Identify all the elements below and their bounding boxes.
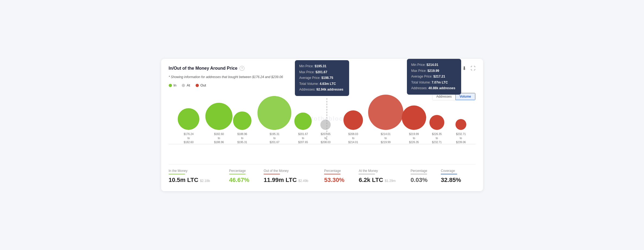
stat-underline-pct-at xyxy=(411,174,427,174)
bubble-5 xyxy=(294,113,312,130)
chart-area: Addresses Volume Current Price: $207.72 … xyxy=(169,93,476,158)
tooltip-1-row-4: Total Volume: 4.63m LTC xyxy=(299,81,345,87)
stat-pct-out: Percentage 53.30% xyxy=(324,169,359,184)
legend-at: At xyxy=(182,83,190,87)
stat-pct-in: Percentage 46.67% xyxy=(229,169,264,184)
tooltip-2-row-2: Max Price: $219.99 xyxy=(411,68,457,74)
tooltip-2: Min Price: $214.01 Max Price: $219.99 Av… xyxy=(407,59,461,95)
price-label-5: $201.67to$207.65 xyxy=(298,132,308,144)
stat-pct-in-val: 46.67% xyxy=(229,177,250,183)
bubble-col-4: $195.31to$201.67 Min Price: $195.31 Max … xyxy=(257,96,291,144)
main-card: In/Out of the Money Around Price ? ⬇ ⛶ *… xyxy=(161,59,483,191)
bubble-10 xyxy=(429,115,444,130)
stat-sub-at: $1.29m xyxy=(385,179,396,183)
bubble-col-9: $219.99to$226.35 xyxy=(402,105,426,144)
legend-label-out: Out xyxy=(200,83,206,87)
bubble-11 xyxy=(455,119,466,130)
bubble-col-11: $232.71to$239.06 xyxy=(455,119,466,144)
bubble-col-1: $176.24to$182.60 xyxy=(178,108,199,144)
stat-sub-out: $2.49b xyxy=(298,179,308,183)
legend-in: In xyxy=(169,83,177,87)
header-left: In/Out of the Money Around Price ? xyxy=(169,66,245,71)
price-label-8: $214.01to$219.99 xyxy=(381,132,391,144)
price-label-7: $208.03to$214.01 xyxy=(348,132,358,144)
stat-at-the-money: At the Money 6.2k LTC $1.29m xyxy=(359,169,410,184)
bubble-col-8: $214.01to$219.99 Min Price: $214.01 Max … xyxy=(368,95,403,144)
bubbles-container: ✉ intotheblock $176.24to$182.60 $182.60t… xyxy=(169,93,476,158)
stat-label-out: Out of the Money xyxy=(264,169,324,173)
price-label-2: $182.60to$188.96 xyxy=(214,132,224,144)
stat-coverage-val: 32.85% xyxy=(441,177,461,183)
bubble-col-5: $201.67to$207.65 xyxy=(294,113,312,144)
stat-label-in: In the Money xyxy=(169,169,229,173)
bubble-col-6: $207.65to$208.03 xyxy=(320,120,331,144)
tooltip-2-row-1: Min Price: $214.01 xyxy=(411,62,457,68)
bubble-9 xyxy=(402,105,426,130)
stat-value-in: 10.5m LTC $2.18b xyxy=(169,177,229,184)
stat-main-out: 11.99m LTC xyxy=(264,177,297,184)
stat-underline-coverage xyxy=(441,174,457,174)
bubble-col-10: $226.35to$232.71 xyxy=(429,115,444,144)
legend-label-in: In xyxy=(174,83,177,87)
stat-pct-out-val: 53.30% xyxy=(324,177,345,183)
download-icon[interactable]: ⬇ xyxy=(462,65,466,71)
chart-title: In/Out of the Money Around Price xyxy=(169,66,238,71)
bubble-6 xyxy=(320,120,331,130)
stat-label-pct-in: Percentage xyxy=(229,169,264,173)
tooltip-1-row-3: Average Price: $198.75 xyxy=(299,75,345,81)
stat-underline-out xyxy=(264,174,280,174)
bubble-col-3: $188.96to$195.31 xyxy=(233,111,251,144)
price-label-1: $176.24to$182.60 xyxy=(184,132,193,144)
stat-main-at: 6.2k LTC xyxy=(359,177,383,184)
tooltip-2-row-3: Average Price: $217.21 xyxy=(411,74,457,80)
bubble-1 xyxy=(178,108,199,130)
stat-pct-at: Percentage 0.03% xyxy=(411,169,441,184)
tooltip-1-row-2: Max Price: $201.67 xyxy=(299,69,345,75)
legend-dot-in xyxy=(169,84,172,87)
stat-main-in: 10.5m LTC xyxy=(169,177,199,184)
tooltip-1: Min Price: $195.31 Max Price: $201.67 Av… xyxy=(295,60,349,96)
stat-out-the-money: Out of the Money 11.99m LTC $2.49b xyxy=(264,169,324,184)
stat-label-pct-out: Percentage xyxy=(324,169,359,173)
stat-coverage: Coverage 32.85% xyxy=(441,169,475,184)
price-label-3: $188.96to$195.31 xyxy=(237,132,247,144)
tooltip-1-row-5: Addresses: 92.94k addresses xyxy=(299,87,345,93)
stat-underline-in xyxy=(169,174,185,174)
price-label-11: $232.71to$239.06 xyxy=(456,132,466,144)
stat-label-at: At the Money xyxy=(359,169,410,173)
header-icons: ⬇ ⛶ xyxy=(462,65,476,71)
stat-pct-at-val: 0.03% xyxy=(411,177,428,183)
stat-label-coverage: Coverage xyxy=(441,169,475,173)
stat-in-the-money: In the Money 10.5m LTC $2.18b xyxy=(169,169,229,184)
legend-label-at: At xyxy=(187,83,190,87)
stat-underline-pct-in xyxy=(229,174,246,174)
tooltip-2-row-5: Addresses: 40.88k addresses xyxy=(411,85,457,91)
bubble-3 xyxy=(233,111,251,130)
bubble-col-2: $182.60to$188.96 xyxy=(205,103,232,144)
stat-value-out: 11.99m LTC $2.49b xyxy=(264,177,324,184)
stat-label-pct-at: Percentage xyxy=(411,169,441,173)
price-label-4: $195.31to$201.67 xyxy=(270,132,279,144)
expand-icon[interactable]: ⛶ xyxy=(471,66,476,71)
tooltip-1-row-1: Min Price: $195.31 xyxy=(299,63,345,69)
tooltip-2-row-4: Total Volume: 7.07m LTC xyxy=(411,80,457,86)
stat-value-at: 6.2k LTC $1.29m xyxy=(359,177,410,184)
stat-underline-pct-out xyxy=(324,174,340,174)
dashed-line xyxy=(327,98,327,140)
bubble-7 xyxy=(343,110,363,130)
stat-sub-in: $2.18b xyxy=(200,179,210,183)
bubble-col-7: $208.03to$214.01 xyxy=(343,110,363,144)
stat-underline-at xyxy=(359,174,375,174)
legend-dot-out xyxy=(196,84,199,87)
legend-dot-at xyxy=(182,84,185,87)
bubble-2 xyxy=(205,103,232,130)
price-label-6: $207.65to$208.03 xyxy=(321,132,330,144)
help-icon[interactable]: ? xyxy=(240,66,244,71)
baseline xyxy=(169,144,476,144)
price-label-10: $226.35to$232.71 xyxy=(432,132,442,144)
bubble-8 xyxy=(368,95,403,130)
bubble-4 xyxy=(257,96,291,130)
stats-row: In the Money 10.5m LTC $2.18b Percentage… xyxy=(169,164,476,184)
price-label-9: $219.99to$226.35 xyxy=(409,132,419,144)
legend-out: Out xyxy=(196,83,206,87)
